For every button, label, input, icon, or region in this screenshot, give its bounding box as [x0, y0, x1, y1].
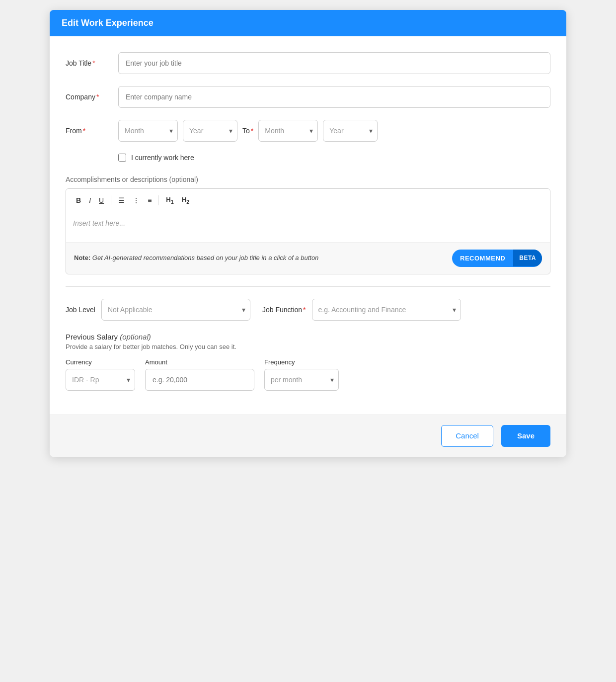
- beta-badge: BETA: [513, 250, 542, 266]
- rich-text-editor: B I U ☰ ⋮ ≡ H1 H2 Insert text here...: [66, 188, 550, 274]
- accomplishments-label: Accomplishments or descriptions (optiona…: [66, 175, 550, 183]
- to-month-select[interactable]: Month: [258, 120, 318, 142]
- cancel-button[interactable]: Cancel: [441, 425, 493, 447]
- align-button[interactable]: ≡: [145, 194, 154, 206]
- job-level-label: Job Level: [66, 306, 95, 314]
- ordered-list-button[interactable]: ☰: [115, 194, 128, 206]
- unordered-list-button[interactable]: ⋮: [130, 194, 143, 206]
- currency-group: Currency IDR - Rp: [66, 358, 135, 391]
- from-year-select[interactable]: Year: [183, 120, 237, 142]
- job-title-input[interactable]: [118, 52, 550, 74]
- editor-toolbar: B I U ☰ ⋮ ≡ H1 H2: [66, 189, 550, 212]
- previous-salary-title: Previous Salary (optional): [66, 333, 550, 341]
- company-label: Company*: [66, 93, 110, 101]
- modal-footer: Cancel Save: [50, 415, 566, 457]
- from-year-wrapper: Year: [183, 120, 237, 142]
- job-function-group: Job Function* e.g. Accounting and Financ…: [262, 299, 461, 321]
- job-level-select[interactable]: Not Applicable: [101, 299, 250, 321]
- edit-work-experience-modal: Edit Work Experience Job Title* Company*…: [50, 10, 566, 457]
- bold-button[interactable]: B: [73, 194, 84, 206]
- job-function-label: Job Function*: [262, 306, 306, 314]
- modal-header: Edit Work Experience: [50, 10, 566, 36]
- to-year-select[interactable]: Year: [323, 120, 378, 142]
- job-title-group: Job Title*: [66, 52, 550, 74]
- job-function-select-wrapper: e.g. Accounting and Finance: [312, 299, 461, 321]
- h2-button[interactable]: H2: [179, 194, 192, 207]
- date-row: Month Year To* Month: [118, 120, 550, 142]
- accomplishments-group: Accomplishments or descriptions (optiona…: [66, 175, 550, 274]
- currency-select[interactable]: IDR - Rp: [66, 369, 135, 391]
- job-level-select-wrapper: Not Applicable: [101, 299, 250, 321]
- toolbar-separator-1: [111, 195, 111, 205]
- section-divider: [66, 286, 550, 287]
- currently-work-checkbox[interactable]: [118, 154, 126, 162]
- italic-button[interactable]: I: [86, 194, 94, 206]
- amount-input[interactable]: [145, 369, 254, 391]
- frequency-group: Frequency per month: [264, 358, 339, 391]
- editor-note-section: Note: Get AI-generated recommendations b…: [66, 242, 550, 274]
- job-title-label: Job Title*: [66, 59, 110, 67]
- job-level-function-row: Job Level Not Applicable Job Function* e…: [66, 299, 550, 321]
- modal-title: Edit Work Experience: [62, 18, 554, 28]
- editor-content-area[interactable]: Insert text here...: [66, 212, 550, 242]
- job-function-select[interactable]: e.g. Accounting and Finance: [312, 299, 461, 321]
- frequency-select[interactable]: per month: [264, 369, 339, 391]
- from-month-select[interactable]: Month: [118, 120, 178, 142]
- modal-body: Job Title* Company* From* Month: [50, 36, 566, 415]
- salary-fields-row: Currency IDR - Rp Amount Frequency: [66, 358, 550, 391]
- h1-button[interactable]: H1: [163, 194, 176, 207]
- company-input[interactable]: [118, 86, 550, 108]
- currency-label: Currency: [66, 358, 135, 366]
- amount-label: Amount: [145, 358, 254, 366]
- currency-select-wrapper: IDR - Rp: [66, 369, 135, 391]
- company-group: Company*: [66, 86, 550, 108]
- editor-note-text: Note: Get AI-generated recommendations b…: [74, 253, 318, 263]
- date-range-group: From* Month Year To* M: [66, 120, 550, 142]
- toolbar-separator-2: [158, 195, 159, 205]
- job-level-group: Job Level Not Applicable: [66, 299, 250, 321]
- currently-work-here-row: I currently work here: [118, 154, 550, 162]
- amount-group: Amount: [145, 358, 254, 391]
- underline-button[interactable]: U: [96, 194, 107, 206]
- to-label: To*: [242, 127, 253, 135]
- from-label: From*: [66, 127, 110, 135]
- to-year-wrapper: Year: [323, 120, 378, 142]
- save-button[interactable]: Save: [501, 425, 550, 447]
- recommend-label: RECOMMEND: [452, 250, 513, 267]
- frequency-select-wrapper: per month: [264, 369, 339, 391]
- salary-hint: Provide a salary for better job matches.…: [66, 343, 550, 350]
- currently-work-label[interactable]: I currently work here: [131, 154, 194, 162]
- recommend-button[interactable]: RECOMMEND BETA: [452, 250, 542, 267]
- to-month-wrapper: Month: [258, 120, 318, 142]
- from-month-wrapper: Month: [118, 120, 178, 142]
- previous-salary-section: Previous Salary (optional) Provide a sal…: [66, 333, 550, 391]
- frequency-label: Frequency: [264, 358, 339, 366]
